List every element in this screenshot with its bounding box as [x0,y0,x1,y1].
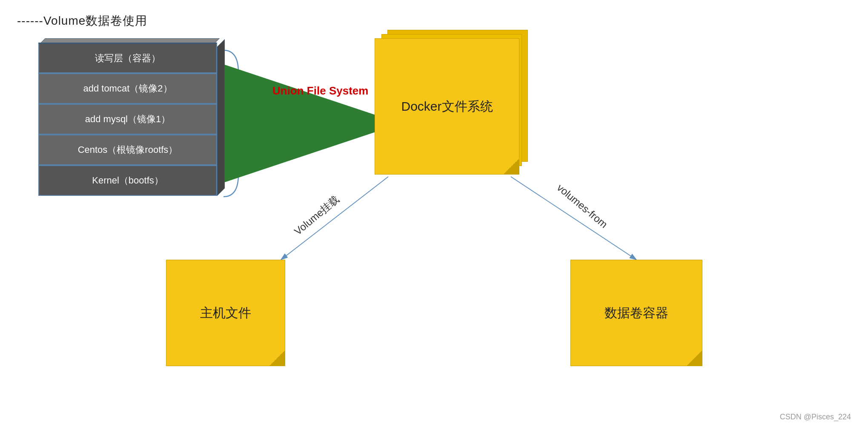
layer-mysql: add mysql（镜像1） [38,104,217,135]
data-vol-label: 数据卷容器 [604,304,668,322]
host-file-label: 主机文件 [200,304,251,322]
data-vol-box: 数据卷容器 [570,260,702,366]
host-file-box: 主机文件 [166,260,285,366]
docker-fs-fold [504,159,519,174]
docker-fs-front: Docker文件系统 [375,38,519,175]
docker-fs-label: Docker文件系统 [401,98,493,115]
layer-kernel: Kernel（bootfs） [38,165,217,196]
svg-line-4 [511,177,636,260]
volumes-from-label: volumes-from [555,182,610,231]
layer-stack: 读写层（容器） add tomcat（镜像2） add mysql（镜像1） C… [38,43,217,196]
layer-tomcat: add tomcat（镜像2） [38,73,217,104]
watermark: CSDN @Pisces_224 [780,413,851,421]
svg-line-3 [281,177,388,260]
layer-rw: 读写层（容器） [38,43,217,73]
ufs-label: Union File System [272,84,368,97]
layer-centos: Centos（根镜像rootfs） [38,135,217,165]
host-file-fold [269,350,285,366]
volume-mount-label: Volume挂载 [292,193,342,238]
stack-side-face [217,39,225,196]
data-vol-fold [687,350,702,366]
page-title: ------Volume数据卷使用 [17,13,147,29]
